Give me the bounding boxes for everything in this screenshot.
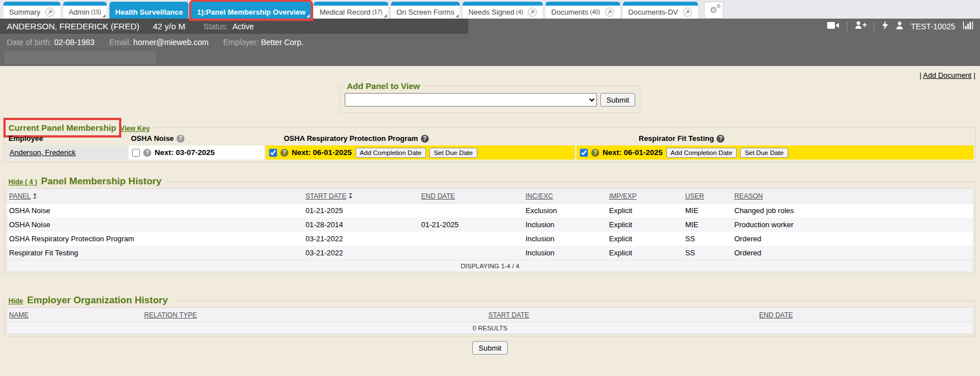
help-icon[interactable]: ? — [177, 135, 184, 143]
tab-count: (4) — [516, 9, 523, 15]
help-icon[interactable]: ? — [280, 149, 288, 157]
tab-bar: Summary Admin (15) Health Surveillance 1… — [0, 0, 980, 19]
table-row: Respirator Fit Testing 03-21-2022 Inclus… — [7, 246, 974, 260]
empty-results-text: 0 RESULTS — [7, 322, 974, 334]
employer-label: Employer: — [223, 38, 259, 47]
employer-value: Better Corp. — [261, 38, 303, 47]
set-due-date-button[interactable]: Set Due Date — [429, 148, 477, 158]
add-panel-fieldset: Add Panel to View Submit — [340, 81, 640, 113]
help-icon[interactable]: ? — [143, 149, 151, 157]
video-call-icon[interactable] — [827, 21, 840, 32]
osha-noise-checkbox[interactable] — [132, 149, 140, 157]
form-submit-row: Submit — [0, 341, 980, 355]
popout-icon[interactable] — [528, 7, 537, 17]
sort-relation-type-header[interactable]: RELATION TYPE — [144, 311, 197, 319]
help-icon[interactable]: ? — [591, 149, 599, 157]
dob-label: Date of birth: — [7, 38, 52, 47]
table-row: OSHA Noise 01-21-2025 Exclusion Explicit… — [7, 204, 974, 218]
hide-employer-link[interactable]: Hide — [8, 297, 23, 305]
help-icon[interactable]: ? — [421, 135, 429, 143]
sort-inc-exc-header[interactable]: INC/EXC — [526, 192, 553, 200]
sort-asc-icon[interactable]: ↥ — [32, 192, 37, 200]
sort-end-date-header[interactable]: END DATE — [421, 192, 455, 200]
add-panel-legend: Add Panel to View — [347, 81, 420, 91]
email-label: Email: — [109, 38, 131, 47]
tab-label: Summary — [9, 8, 41, 16]
lightning-icon[interactable] — [882, 21, 889, 32]
tab-documents[interactable]: Documents (40) — [546, 2, 620, 19]
panel-history-fieldset: Hide ( 4 ) Panel Membership History PANE… — [4, 176, 976, 275]
tab-medical-record[interactable]: Medical Record (17) — [314, 2, 388, 19]
popout-icon[interactable] — [605, 7, 614, 17]
user-id: TEST-10025 — [911, 22, 955, 31]
tab-label: Admin — [69, 8, 90, 16]
respirator-fit-cell: ? Next: 06-01-2025 Add Completion Date S… — [577, 145, 974, 160]
next-due-date: Next: 06-01-2025 — [603, 148, 663, 157]
sort-reason-header[interactable]: REASON — [735, 192, 763, 200]
employee-link[interactable]: Anderson, Frederick — [10, 148, 76, 157]
sort-imp-exp-header[interactable]: IMP/EXP — [609, 192, 637, 200]
tab-count: (40) — [590, 9, 600, 15]
tab-health-surveillance[interactable]: Health Surveillance — [109, 2, 188, 19]
popout-icon[interactable] — [45, 7, 55, 17]
panel-history-table: PANEL↥ START DATE↧ END DATE INC/EXC IMP/… — [6, 188, 974, 272]
tab-label: On Screen Forms — [397, 8, 455, 16]
sort-end-date-header[interactable]: END DATE — [759, 311, 793, 319]
panel-select[interactable] — [345, 93, 597, 107]
employer-history-title: Employer Organization History — [27, 295, 168, 306]
chart-icon[interactable] — [963, 21, 974, 32]
pipe-separator: | — [974, 71, 975, 79]
table-row: OSHA Respiratory Protection Program 03-2… — [7, 232, 974, 246]
tab-count: (15) — [91, 9, 101, 15]
column-header-employee: Employee — [6, 134, 127, 143]
help-icon[interactable]: ? — [717, 135, 724, 143]
hide-history-link[interactable]: Hide ( 4 ) — [8, 178, 37, 186]
add-user-icon[interactable] — [855, 21, 867, 32]
patient-name: ANDERSON, FREDERICK (FRED) — [7, 21, 139, 31]
sort-start-date-header[interactable]: START DATE — [489, 311, 529, 319]
column-header-osha-noise: OSHA Noise ? — [129, 134, 264, 143]
popout-icon[interactable] — [683, 7, 692, 17]
current-panel-title: Current Panel Membership — [8, 123, 116, 132]
add-document-link[interactable]: Add Document — [923, 71, 972, 79]
tab-documents-dv[interactable]: Documents-DV — [623, 2, 698, 19]
sort-panel-header[interactable]: PANEL — [9, 192, 30, 200]
add-completion-date-button[interactable]: Add Completion Date — [355, 148, 426, 158]
patient-status: Status: Active — [204, 22, 254, 31]
gears-icon: ⚙⚙ — [710, 6, 717, 15]
pagination-status: DISPLAYING 1-4 / 4 — [7, 260, 974, 272]
next-due-date: Next: 03-07-2025 — [155, 148, 215, 157]
view-key-link[interactable]: View Key — [120, 125, 150, 132]
add-panel-submit-button[interactable]: Submit — [600, 93, 635, 107]
table-row: OSHA Noise 01-28-2014 01-21-2025 Inclusi… — [7, 218, 974, 232]
employer-history-table: NAME RELATION TYPE START DATE END DATE 0… — [6, 307, 974, 334]
form-submit-button[interactable]: Submit — [472, 341, 507, 355]
panel-history-title: Panel Membership History — [41, 176, 162, 187]
tab-admin[interactable]: Admin (15) — [63, 2, 107, 19]
tab-label: Medical Record — [319, 8, 370, 16]
table-header-row: PANEL↥ START DATE↧ END DATE INC/EXC IMP/… — [7, 189, 974, 204]
respirator-fit-checkbox[interactable] — [580, 149, 588, 157]
pagination-row: DISPLAYING 1-4 / 4 — [7, 260, 974, 272]
sort-start-date-header[interactable]: START DATE — [306, 192, 346, 200]
tab-count: (17) — [372, 9, 383, 15]
sort-name-header[interactable]: NAME — [9, 311, 29, 319]
add-completion-date-button[interactable]: Add Completion Date — [666, 148, 737, 158]
dob-value: 02-08-1983 — [54, 38, 95, 47]
pipe-separator: | — [920, 71, 921, 79]
employer-history-fieldset: Hide Employer Organization History NAME … — [4, 295, 976, 337]
tab-panel-membership-overview[interactable]: 1):Panel Membership Overview — [191, 2, 311, 19]
osha-respiratory-checkbox[interactable] — [269, 149, 277, 157]
tab-needs-signed[interactable]: Needs Signed (4) — [463, 2, 543, 19]
sort-user-header[interactable]: USER — [685, 192, 704, 200]
patient-age-sex: 42 y/o M — [153, 21, 186, 31]
tab-on-screen-forms[interactable]: On Screen Forms — [391, 2, 460, 19]
tab-summary[interactable]: Summary — [3, 2, 60, 19]
current-panel-fieldset: Current Panel Membership View Key Employ… — [4, 123, 976, 162]
sort-desc-icon[interactable]: ↧ — [348, 192, 353, 200]
tab-label: Health Surveillance — [115, 8, 183, 16]
set-due-date-button[interactable]: Set Due Date — [740, 148, 788, 158]
settings-button[interactable]: ⚙⚙ — [704, 2, 723, 19]
table-header-row: NAME RELATION TYPE START DATE END DATE — [7, 308, 974, 322]
header-subpanel — [5, 51, 156, 64]
